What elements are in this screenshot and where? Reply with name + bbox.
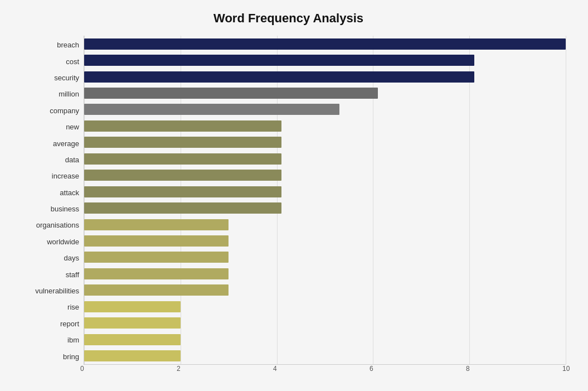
y-axis-label: report (60, 316, 79, 331)
bar (84, 170, 281, 181)
bar-row (84, 185, 566, 199)
y-axis-label: average (53, 136, 79, 151)
y-axis-label: rise (67, 300, 79, 315)
chart-container: Word Frequency Analysis breachcostsecuri… (0, 0, 588, 391)
x-tick: 10 (562, 365, 570, 373)
bar (84, 120, 281, 132)
bar-row (84, 300, 566, 314)
bar-row (84, 349, 566, 363)
y-axis-label: cost (66, 54, 79, 69)
bar (84, 137, 281, 148)
y-axis-label: organisations (36, 218, 79, 233)
bar-row (84, 37, 566, 51)
bar (84, 71, 474, 83)
bar-row (84, 119, 566, 133)
x-tick: 6 (370, 365, 373, 373)
y-axis-label: attack (60, 185, 79, 200)
bar (84, 284, 229, 296)
y-axis-label: vulnerabilities (35, 284, 79, 298)
bar-row (84, 152, 566, 166)
bar-row (84, 135, 566, 149)
bar (84, 334, 181, 345)
bar-row (84, 102, 566, 117)
bar-row (84, 70, 566, 84)
y-axis-label: million (59, 87, 79, 102)
chart-title: Word Frequency Analysis (11, 11, 566, 26)
bar (84, 153, 281, 165)
y-axis-label: ibm (67, 333, 79, 347)
bars-area (84, 36, 566, 365)
bar (84, 38, 566, 50)
y-axis-label: data (65, 152, 79, 167)
grid-line (373, 36, 373, 364)
bar-row (84, 316, 566, 330)
bar-row (84, 218, 566, 232)
bar-row (84, 332, 566, 347)
y-axis-label: breach (57, 38, 79, 52)
grid-line (469, 36, 470, 364)
bar (84, 301, 181, 312)
x-tick: 4 (273, 365, 277, 373)
y-axis-label: days (64, 251, 79, 266)
bar-row (84, 201, 566, 215)
bar (84, 268, 229, 279)
bar (84, 317, 181, 329)
bar (84, 350, 181, 361)
bar-row (84, 168, 566, 182)
y-axis-label: bring (63, 349, 79, 364)
bar-row (84, 283, 566, 297)
grid-line (84, 36, 85, 364)
bar (84, 186, 281, 197)
y-axis-label: new (66, 120, 79, 134)
bar (84, 252, 229, 263)
x-tick: 0 (80, 365, 84, 373)
y-axis-label: staff (66, 267, 79, 282)
bar-row (84, 250, 566, 264)
x-axis: 0246810 (84, 365, 566, 376)
y-axis-label: security (54, 70, 79, 85)
bar-row (84, 53, 566, 67)
y-axis: breachcostsecuritymillioncompanynewavera… (11, 36, 84, 365)
grid-line (181, 36, 181, 364)
bar (84, 104, 339, 115)
grid-line (566, 36, 566, 364)
y-axis-label: increase (52, 169, 79, 184)
y-axis-label: worldwide (47, 234, 79, 249)
bar (84, 88, 378, 99)
bar (84, 219, 229, 230)
bar-row (84, 234, 566, 248)
x-tick: 2 (177, 365, 181, 373)
x-tick: 8 (466, 365, 470, 373)
bar-row (84, 267, 566, 281)
bar (84, 55, 474, 66)
chart-area: breachcostsecuritymillioncompanynewavera… (11, 36, 566, 365)
y-axis-label: business (51, 202, 79, 216)
bar (84, 235, 229, 247)
bar (84, 202, 281, 214)
bar-row (84, 86, 566, 100)
y-axis-label: company (50, 103, 79, 118)
grid-line (277, 36, 278, 364)
